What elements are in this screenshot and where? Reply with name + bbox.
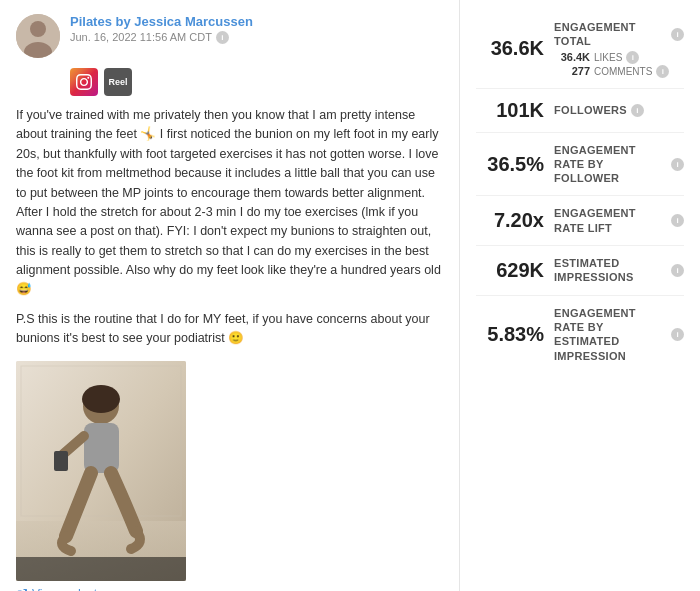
metric-label-group-engagement-rate-follower: ENGAGEMENT RATE BY FOLLOWERi [554,143,684,186]
image-bottom-bar [16,557,186,581]
metric-label-engagement-total: ENGAGEMENT TOTAL [554,20,667,49]
date-info-icon[interactable]: i [216,31,229,44]
view-on-instagram-link[interactable]: View on Instagram [16,587,443,592]
metric-value-engagement-total: 36.6K [476,37,544,60]
profile-header: Pilates by Jessica Marcussen Jun. 16, 20… [16,14,443,58]
profile-date: Jun. 16, 2022 11:56 AM CDT i [70,31,253,44]
platform-badges: Reel [70,68,443,96]
post-image-container: View on Instagram [16,361,443,592]
metric-value-followers: 101K [476,99,544,122]
metric-label-group-engagement-rate-impression: ENGAGEMENT RATE BY ESTIMATED IMPRESSIONi [554,306,684,363]
estimated-impressions-info-icon[interactable]: i [671,264,684,277]
sub-metric-value: 277 [554,65,590,77]
metric-label-engagement-rate-lift: ENGAGEMENT RATE LIFT [554,206,667,235]
sub-metric-info-icon[interactable]: i [626,51,639,64]
sub-metric-row: 277COMMENTSi [554,65,684,78]
metric-label-group-followers: FOLLOWERSi [554,103,644,117]
metric-label-engagement-rate-follower: ENGAGEMENT RATE BY FOLLOWER [554,143,667,186]
metric-label-followers: FOLLOWERS [554,103,627,117]
followers-info-icon[interactable]: i [631,104,644,117]
metric-label-engagement-rate-impression: ENGAGEMENT RATE BY ESTIMATED IMPRESSION [554,306,667,363]
profile-info: Pilates by Jessica Marcussen Jun. 16, 20… [70,14,253,44]
engagement-rate-follower-info-icon[interactable]: i [671,158,684,171]
sub-metrics-engagement-total: 36.4KLIKESi277COMMENTSi [554,51,684,78]
post-panel: Pilates by Jessica Marcussen Jun. 16, 20… [0,0,460,591]
metric-value-estimated-impressions: 629K [476,259,544,282]
metric-engagement-rate-follower: 36.5%ENGAGEMENT RATE BY FOLLOWERi [476,133,684,197]
metric-engagement-rate-lift: 7.20xENGAGEMENT RATE LIFTi [476,196,684,246]
svg-point-7 [82,385,120,413]
metric-value-engagement-rate-follower: 36.5% [476,153,544,176]
metric-label-estimated-impressions: ESTIMATED IMPRESSIONS [554,256,667,285]
metric-value-engagement-rate-impression: 5.83% [476,323,544,346]
svg-point-1 [30,21,46,37]
metrics-panel: 36.6KENGAGEMENT TOTALi36.4KLIKESi277COMM… [460,0,700,591]
instagram-badge[interactable] [70,68,98,96]
engagement-total-info-icon[interactable]: i [671,28,684,41]
profile-name[interactable]: Pilates by Jessica Marcussen [70,14,253,31]
sub-metric-row: 36.4KLIKESi [554,51,684,64]
sub-metric-info-icon[interactable]: i [656,65,669,78]
metric-label-group-estimated-impressions: ESTIMATED IMPRESSIONSi [554,256,684,285]
metric-engagement-rate-impression: 5.83%ENGAGEMENT RATE BY ESTIMATED IMPRES… [476,296,684,373]
metric-followers: 101KFOLLOWERSi [476,89,684,133]
metric-label-group-engagement-rate-lift: ENGAGEMENT RATE LIFTi [554,206,684,235]
metric-estimated-impressions: 629KESTIMATED IMPRESSIONSi [476,246,684,296]
svg-rect-8 [84,423,119,473]
sub-metric-label: LIKES [594,52,622,63]
sub-metric-label: COMMENTS [594,66,652,77]
metric-value-engagement-rate-lift: 7.20x [476,209,544,232]
metric-engagement-total: 36.6KENGAGEMENT TOTALi36.4KLIKESi277COMM… [476,10,684,89]
metric-label-group-engagement-total: ENGAGEMENT TOTALi36.4KLIKESi277COMMENTSi [554,20,684,78]
svg-rect-10 [54,451,68,471]
engagement-rate-lift-info-icon[interactable]: i [671,214,684,227]
reel-badge[interactable]: Reel [104,68,132,96]
post-image [16,361,186,581]
post-text: If you've trained with me privately then… [16,106,443,349]
avatar [16,14,60,58]
engagement-rate-impression-info-icon[interactable]: i [671,328,684,341]
sub-metric-value: 36.4K [554,51,590,63]
